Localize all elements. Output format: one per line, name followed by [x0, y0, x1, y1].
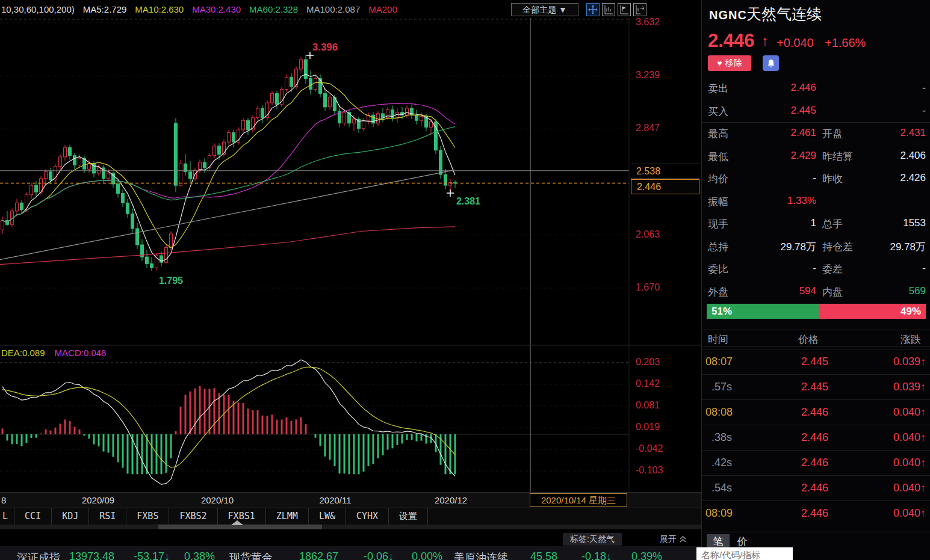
quote-row: 总持 29.78万 持仓差 29.78万 — [702, 235, 930, 257]
trade-price: 2.446 — [774, 507, 828, 520]
ma-indicator-labels: 10,30,60,100,200)MA5:2.729MA10:2.630MA30… — [0, 4, 397, 14]
quote-row: 外盘 594 内盘 569 — [702, 280, 930, 303]
quote-value: 2.429 — [750, 150, 816, 162]
indicator-tab-FXBS2[interactable]: FXBS2 — [169, 508, 217, 525]
trade-row: 08:08 2.446 0.040↑ — [702, 399, 930, 425]
quote-value: 594 — [750, 285, 816, 297]
quote-value: 2.431 — [860, 127, 926, 139]
indicator-tab-CYHX[interactable]: CYHX — [346, 508, 389, 525]
quote-row: 卖出 2.446 - — [702, 77, 930, 99]
scroll-up-arrow-icon[interactable] — [231, 520, 243, 525]
theme-dropdown[interactable]: 全部主题 ▼ — [511, 3, 578, 16]
quote-row: 最高 2.461 开盘 2.431 — [702, 122, 930, 144]
trade-change: 0.040↑ — [846, 406, 926, 419]
ticker-change: -53.17↓ — [134, 550, 170, 560]
quote-label: 委差 — [822, 262, 843, 276]
indicator-tab-LW&[interactable]: LW& — [309, 508, 346, 525]
remove-favorite-button[interactable]: ♥ 移除 — [708, 55, 751, 71]
trade-change: 0.039↑ — [846, 381, 926, 393]
indicator-tab-KDJ[interactable]: KDJ — [52, 508, 89, 525]
symbol-name: 天然气连续 — [746, 4, 822, 24]
quote-label: 总手 — [822, 217, 843, 231]
expand-button[interactable]: 展开 — [660, 533, 686, 546]
macd-label: DEA:0.089 — [1, 348, 45, 358]
quote-value: - — [750, 262, 816, 274]
divider — [701, 122, 930, 123]
ma-label: MA10:2.630 — [135, 4, 184, 14]
trade-time: .38s — [711, 431, 732, 444]
chart-scrollbar[interactable] — [0, 525, 701, 529]
layout-flag-icon[interactable] — [618, 3, 631, 16]
svg-text:2.381: 2.381 — [456, 196, 480, 206]
trade-time: 08:08 — [705, 406, 733, 419]
buy-ratio: 51% — [707, 304, 819, 319]
ticker-percent: 0.00% — [412, 550, 442, 560]
quote-label: 买入 — [708, 105, 728, 118]
quote-value: - — [750, 172, 816, 184]
indicator-tab-RSI[interactable]: RSI — [89, 508, 126, 525]
quote-value: 2.446 — [750, 82, 816, 94]
ticker-percent: 0.39% — [631, 550, 662, 560]
quote-value: 2.461 — [750, 127, 816, 139]
quote-row: 委比 - 委差 - — [702, 257, 930, 280]
col-change: 涨跌 — [901, 333, 921, 346]
scrollbar-thumb[interactable] — [158, 525, 322, 529]
ma-label: MA5:2.729 — [83, 4, 127, 14]
quote-label: 振幅 — [708, 195, 728, 209]
quote-value: - — [860, 82, 926, 94]
quote-value: 2.445 — [750, 105, 816, 117]
layout-chart-icon[interactable] — [602, 3, 615, 16]
indicator-tab-FXBS[interactable]: FXBS — [126, 508, 169, 525]
trade-time: 08:09 — [705, 507, 733, 520]
quote-panel: NGNC 天然气连续 2.446 ↑ +0.040 +1.66% ♥ 移除 卖出… — [701, 0, 930, 560]
trade-price: 2.445 — [774, 381, 828, 393]
indicator-tab-ZLMM[interactable]: ZLMM — [266, 508, 309, 525]
trade-price: 2.445 — [774, 355, 828, 368]
x-axis-label: 8 — [1, 495, 6, 505]
search-input[interactable] — [696, 547, 793, 560]
ticker-name: 现货黄金 — [229, 550, 273, 560]
quote-label: 持仓差 — [822, 240, 853, 254]
ma-label: MA30:2.430 — [192, 4, 241, 14]
ma-label: MA100:2.087 — [306, 4, 360, 14]
last-price: 2.446 — [708, 30, 755, 52]
indicator-tab-CCI[interactable]: CCI — [14, 508, 52, 525]
quote-label: 昨结算 — [822, 150, 853, 164]
alert-bell-button[interactable] — [763, 55, 779, 71]
quote-row: 最低 2.429 昨结算 2.406 — [702, 145, 930, 167]
layout-export-icon[interactable] — [633, 3, 646, 16]
macd-indicator-labels: DEA:0.089MACD:0.048 — [1, 348, 106, 358]
quote-value: 29.78万 — [860, 240, 926, 254]
crosshair-tool-icon[interactable] — [586, 3, 600, 16]
crosshair-date-label: 2020/10/14 星期三 — [530, 493, 627, 507]
indicator-tab-L[interactable]: L — [0, 508, 14, 525]
quote-label: 均价 — [708, 172, 728, 186]
ticker-value: 13973.48 — [69, 550, 114, 560]
trade-row: .42s 2.446 0.040↑ — [702, 450, 930, 475]
date-axis: 2020/10/14 星期三 82020/092020/102020/11202… — [0, 492, 701, 508]
macd-label: MACD:0.048 — [55, 348, 107, 358]
trade-change: 0.040↑ — [846, 482, 926, 494]
ma-label: MA60:2.328 — [249, 4, 298, 14]
col-price: 价格 — [798, 333, 819, 346]
trade-time: .57s — [711, 381, 732, 393]
trade-price: 2.446 — [774, 482, 828, 494]
indicator-tab-设置[interactable]: 设置 — [389, 508, 428, 525]
trade-row: .57s 2.445 0.039↑ — [702, 374, 930, 399]
quote-row: 均价 - 昨收 2.426 — [702, 167, 930, 189]
candlestick-chart[interactable]: 3.3961.7952.381 — [0, 0, 701, 508]
buy-sell-ratio-bar: 51% 49% — [707, 304, 926, 319]
trade-row: .38s 2.446 0.040↑ — [702, 425, 930, 450]
quote-value: 569 — [860, 285, 926, 297]
quote-label: 外盘 — [708, 285, 728, 299]
quote-value: 1553 — [860, 217, 926, 229]
quote-value: 1 — [750, 217, 816, 229]
trade-change: 0.040↑ — [846, 431, 926, 444]
trade-price: 2.446 — [774, 431, 828, 444]
svg-text:1.795: 1.795 — [159, 275, 183, 286]
quote-value: 2.426 — [860, 172, 926, 184]
price-change: +0.040 — [777, 36, 814, 50]
trade-price: 2.446 — [774, 406, 828, 419]
remove-label: 移除 — [725, 58, 742, 69]
x-axis-label: 2020/09 — [82, 495, 114, 505]
